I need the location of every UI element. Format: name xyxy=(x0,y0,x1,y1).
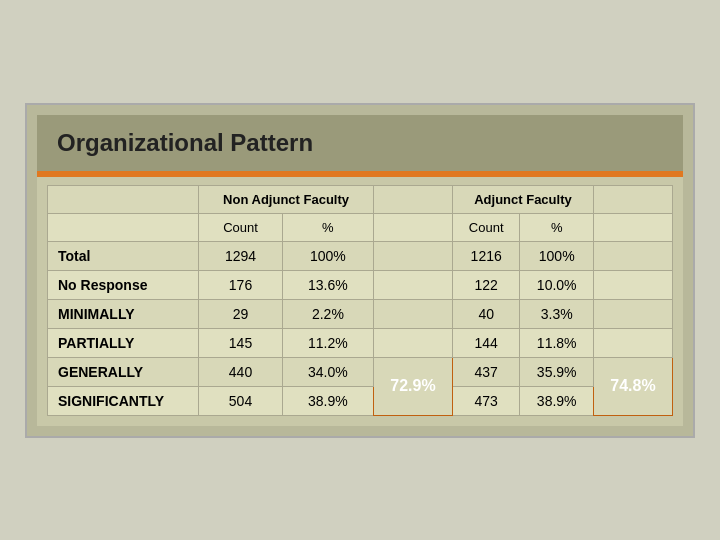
table-wrapper: Non Adjunct Faculty Adjunct Faculty Coun… xyxy=(37,177,683,426)
row-label-3: PARTIALLY xyxy=(48,328,199,357)
adjunct-header: Adjunct Faculty xyxy=(452,185,593,213)
a-pct-4: 35.9% xyxy=(520,357,594,386)
na-pct-2: 2.2% xyxy=(282,299,373,328)
right-empty-1 xyxy=(593,270,672,299)
a-pct-0: 100% xyxy=(520,241,594,270)
a-count-2: 40 xyxy=(452,299,519,328)
page-title: Organizational Pattern xyxy=(57,129,313,156)
a-pct-1: 10.0% xyxy=(520,270,594,299)
sub-empty-2 xyxy=(373,213,452,241)
highlight-left: 72.9% xyxy=(373,357,452,415)
na-count-2: 29 xyxy=(199,299,283,328)
mid-empty-3 xyxy=(373,328,452,357)
a-pct-3: 11.8% xyxy=(520,328,594,357)
na-pct-0: 100% xyxy=(282,241,373,270)
adjunct-count-header: Count xyxy=(452,213,519,241)
na-count-0: 1294 xyxy=(199,241,283,270)
highlight-right: 74.8% xyxy=(593,357,672,415)
a-count-1: 122 xyxy=(452,270,519,299)
na-pct-1: 13.6% xyxy=(282,270,373,299)
right-empty-2 xyxy=(593,299,672,328)
title-bar: Organizational Pattern xyxy=(37,115,683,171)
na-pct-3: 11.2% xyxy=(282,328,373,357)
mid-empty-0 xyxy=(373,241,452,270)
row-label-5: SIGNIFICANTLY xyxy=(48,386,199,415)
a-count-0: 1216 xyxy=(452,241,519,270)
right-empty-3 xyxy=(593,328,672,357)
empty-header-3 xyxy=(593,185,672,213)
a-count-5: 473 xyxy=(452,386,519,415)
mid-empty-1 xyxy=(373,270,452,299)
mid-empty-2 xyxy=(373,299,452,328)
na-count-4: 440 xyxy=(199,357,283,386)
non-adjunct-pct-header: % xyxy=(282,213,373,241)
na-pct-5: 38.9% xyxy=(282,386,373,415)
row-label-2: MINIMALLY xyxy=(48,299,199,328)
non-adjunct-count-header: Count xyxy=(199,213,283,241)
na-count-1: 176 xyxy=(199,270,283,299)
non-adjunct-header: Non Adjunct Faculty xyxy=(199,185,374,213)
a-pct-2: 3.3% xyxy=(520,299,594,328)
right-empty-0 xyxy=(593,241,672,270)
a-count-4: 437 xyxy=(452,357,519,386)
main-container: Organizational Pattern Non Adjunct Facul… xyxy=(25,103,695,438)
empty-header-1 xyxy=(48,185,199,213)
na-count-3: 145 xyxy=(199,328,283,357)
row-label-1: No Response xyxy=(48,270,199,299)
a-pct-5: 38.9% xyxy=(520,386,594,415)
row-label-4: GENERALLY xyxy=(48,357,199,386)
adjunct-pct-header: % xyxy=(520,213,594,241)
na-count-5: 504 xyxy=(199,386,283,415)
data-table: Non Adjunct Faculty Adjunct Faculty Coun… xyxy=(47,185,673,416)
empty-header-2 xyxy=(373,185,452,213)
sub-empty-3 xyxy=(593,213,672,241)
sub-empty-1 xyxy=(48,213,199,241)
row-label-0: Total xyxy=(48,241,199,270)
na-pct-4: 34.0% xyxy=(282,357,373,386)
a-count-3: 144 xyxy=(452,328,519,357)
